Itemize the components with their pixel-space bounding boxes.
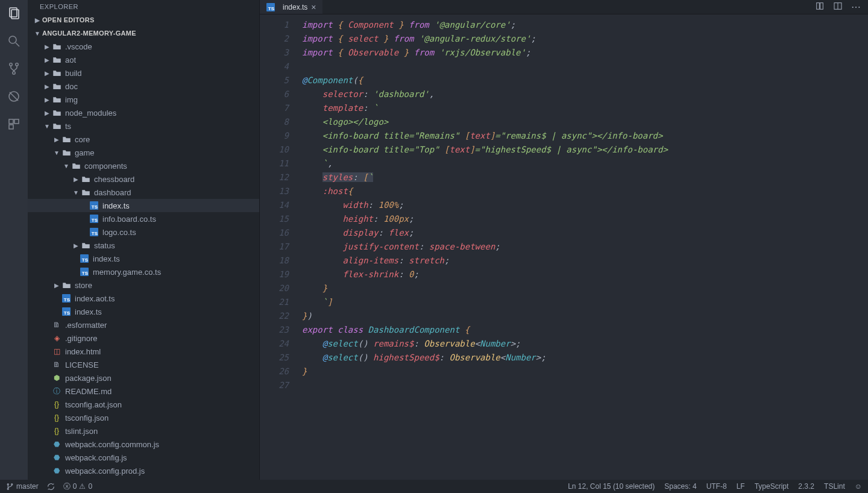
- explorer-icon[interactable]: [5, 5, 22, 22]
- svg-line-8: [10, 92, 18, 101]
- folder-core[interactable]: ▶core: [28, 133, 259, 146]
- file-readme[interactable]: ⓘREADME.md: [28, 385, 259, 398]
- folder-doc[interactable]: ▶doc: [28, 80, 259, 93]
- file-package-json[interactable]: ⬢package.json: [28, 371, 259, 385]
- svg-point-17: [11, 483, 13, 485]
- language-mode[interactable]: TypeScript: [755, 482, 789, 491]
- folder-aot[interactable]: ▶aot: [28, 53, 259, 66]
- folder-status[interactable]: ▶status: [28, 239, 259, 252]
- sync-icon[interactable]: [47, 483, 55, 491]
- file-tsconfig[interactable]: {}tsconfig.json: [28, 411, 259, 424]
- folder-ts[interactable]: ▼ts: [28, 119, 259, 133]
- file-ts-index[interactable]: TSindex.ts: [28, 305, 259, 318]
- cursor-position[interactable]: Ln 12, Col 15 (10 selected): [568, 482, 655, 491]
- svg-rect-9: [9, 119, 13, 124]
- status-bar: master ⓧ0 ⚠0 Ln 12, Col 15 (10 selected)…: [0, 480, 868, 493]
- file-logo[interactable]: TSlogo.co.ts: [28, 225, 259, 239]
- folder-store[interactable]: ▶store: [28, 278, 259, 292]
- folder-dashboard[interactable]: ▼dashboard: [28, 186, 259, 199]
- chevron-right-icon: ▶: [34, 17, 41, 24]
- svg-line-3: [16, 43, 19, 46]
- svg-rect-11: [9, 125, 13, 129]
- svg-rect-13: [820, 3, 823, 10]
- file-dashboard-index[interactable]: TSindex.ts: [28, 199, 259, 212]
- folder-vscode[interactable]: ▶.vscode: [28, 40, 259, 53]
- file-tsconfig-aot[interactable]: {}tsconfig.aot.json: [28, 398, 259, 411]
- svg-point-6: [13, 72, 15, 74]
- tab-index-ts[interactable]: TS index.ts ×: [260, 0, 322, 14]
- file-memory-game[interactable]: TSmemory.game.co.ts: [28, 265, 259, 278]
- file-webpack-prod[interactable]: ⬣webpack.config.prod.js: [28, 464, 259, 477]
- svg-rect-10: [14, 119, 19, 124]
- svg-rect-12: [817, 3, 820, 10]
- folder-components[interactable]: ▼components: [28, 159, 259, 172]
- folder-img[interactable]: ▶img: [28, 93, 259, 106]
- file-tslint[interactable]: {}tslint.json: [28, 424, 259, 438]
- typescript-version[interactable]: 2.3.2: [798, 482, 814, 491]
- activity-bar: [0, 0, 28, 480]
- folder-node-modules[interactable]: ▶node_modules: [28, 106, 259, 119]
- file-tree: ▶ OPEN EDITORS ▼ ANGULAR2-MEMORY-GAME ▶.…: [28, 13, 259, 480]
- code-editor[interactable]: import { Component } from '@angular/core…: [300, 14, 868, 480]
- indentation[interactable]: Spaces: 4: [664, 482, 696, 491]
- tab-label: index.ts: [283, 3, 307, 11]
- file-webpack-common[interactable]: ⬣webpack.config.common.js: [28, 438, 259, 451]
- open-editors-section[interactable]: ▶ OPEN EDITORS: [28, 13, 259, 27]
- svg-point-2: [9, 36, 16, 43]
- extensions-icon[interactable]: [5, 116, 22, 133]
- split-editor-icon[interactable]: [833, 1, 843, 13]
- file-infoboard[interactable]: TSinfo.board.co.ts: [28, 212, 259, 225]
- folder-build[interactable]: ▶build: [28, 66, 259, 80]
- file-webpack-config[interactable]: ⬣webpack.config.js: [28, 451, 259, 464]
- close-icon[interactable]: ×: [311, 2, 316, 12]
- git-icon[interactable]: [5, 60, 22, 77]
- folder-chessboard[interactable]: ▶chessboard: [28, 172, 259, 186]
- line-numbers: 1234567891011121314151617181920212223242…: [260, 14, 300, 480]
- explorer-panel: EXPLORER ▶ OPEN EDITORS ▼ ANGULAR2-MEMOR…: [28, 0, 260, 480]
- tslint-status[interactable]: TSLint: [824, 482, 845, 491]
- feedback-icon[interactable]: ☺: [855, 482, 862, 491]
- folder-game[interactable]: ▼game: [28, 146, 259, 159]
- open-changes-icon[interactable]: [815, 1, 825, 13]
- svg-point-16: [7, 483, 8, 485]
- svg-point-4: [10, 63, 12, 66]
- file-gitignore[interactable]: ◈.gitignore: [28, 331, 259, 345]
- git-branch[interactable]: master: [6, 482, 39, 491]
- file-index-aot[interactable]: TSindex.aot.ts: [28, 292, 259, 305]
- file-license[interactable]: 🗎LICENSE: [28, 358, 259, 371]
- file-index-html[interactable]: ◫index.html: [28, 345, 259, 358]
- eol[interactable]: LF: [737, 482, 745, 491]
- tab-bar: TS index.ts × ⋯: [260, 0, 868, 14]
- search-icon[interactable]: [5, 33, 22, 49]
- chevron-down-icon: ▼: [34, 30, 41, 37]
- svg-point-18: [7, 488, 8, 489]
- file-game-index[interactable]: TSindex.ts: [28, 252, 259, 265]
- explorer-title: EXPLORER: [28, 0, 259, 13]
- debug-icon[interactable]: [5, 88, 22, 105]
- more-icon[interactable]: ⋯: [851, 1, 861, 13]
- encoding[interactable]: UTF-8: [706, 482, 727, 491]
- problems[interactable]: ⓧ0 ⚠0: [63, 482, 92, 492]
- svg-point-5: [16, 63, 18, 66]
- file-esformatter[interactable]: 🗎.esformatter: [28, 318, 259, 331]
- project-section[interactable]: ▼ ANGULAR2-MEMORY-GAME: [28, 27, 259, 40]
- editor-area: TS index.ts × ⋯ 123456789101112131415161…: [260, 0, 868, 480]
